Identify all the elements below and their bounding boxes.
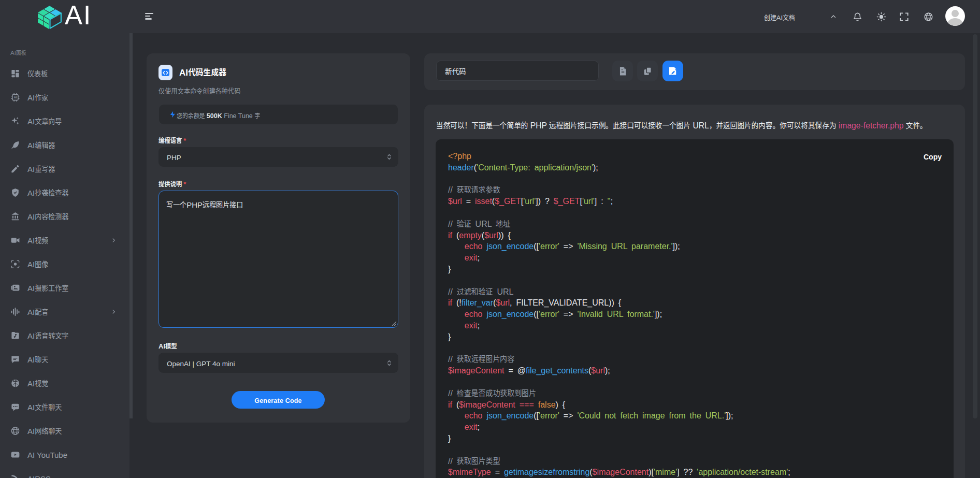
svg-text:AI: AI xyxy=(14,96,17,99)
